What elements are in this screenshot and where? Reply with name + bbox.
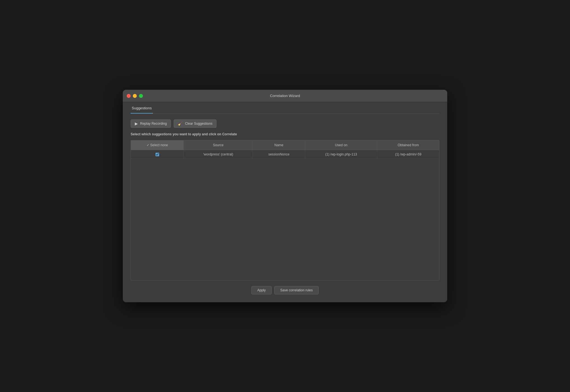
- instruction-text: Select which suggestions you want to app…: [131, 132, 439, 136]
- table-header-row: ✓ Select none Source Name Used on Obtain: [131, 140, 439, 150]
- apply-button[interactable]: Apply: [251, 286, 272, 294]
- select-none-header[interactable]: ✓ Select none: [131, 140, 184, 150]
- name-cell: sessionNonce: [253, 150, 305, 159]
- clear-icon: 🧹: [178, 121, 183, 126]
- table-row: 'wordpress' (central) sessionNonce (1) /…: [131, 150, 439, 159]
- app-window: Correlation Wizard Suggestions ▶ Replay …: [123, 90, 447, 302]
- source-header: Source: [184, 140, 253, 150]
- checkbox-cell: [131, 150, 184, 159]
- footer-buttons: Apply Save correlation rules: [131, 286, 439, 294]
- replay-icon: ▶: [135, 121, 138, 126]
- titlebar: Correlation Wizard: [123, 90, 447, 102]
- obtained-from-cell: (1) /wp-admin/-59: [377, 150, 439, 159]
- toolbar: ▶ Replay Recording 🧹 Clear Suggestions: [131, 119, 439, 128]
- save-correlation-rules-button[interactable]: Save correlation rules: [274, 286, 319, 294]
- clear-suggestions-button[interactable]: 🧹 Clear Suggestions: [174, 119, 216, 128]
- close-button[interactable]: [127, 94, 131, 98]
- window-controls: [127, 94, 143, 98]
- source-cell: 'wordpress' (central): [184, 150, 253, 159]
- clear-suggestions-label: Clear Suggestions: [185, 122, 212, 126]
- tab-suggestions[interactable]: Suggestions: [131, 102, 153, 114]
- used-on-cell: (1) /wp-login.php-113: [305, 150, 377, 159]
- table-header: ✓ Select none Source Name Used on Obtain: [131, 140, 439, 150]
- replay-recording-label: Replay Recording: [140, 122, 167, 126]
- name-header: Name: [253, 140, 305, 150]
- row-checkbox[interactable]: [156, 153, 159, 156]
- window-title: Correlation Wizard: [270, 94, 300, 98]
- used-on-header: Used on: [305, 140, 377, 150]
- suggestions-table-wrapper: ✓ Select none Source Name Used on Obtain: [131, 140, 439, 280]
- suggestions-table: ✓ Select none Source Name Used on Obtain: [131, 140, 439, 159]
- replay-recording-button[interactable]: ▶ Replay Recording: [131, 119, 171, 128]
- maximize-button[interactable]: [139, 94, 143, 98]
- tab-bar: Suggestions: [131, 102, 439, 114]
- obtained-from-header: Obtained from: [377, 140, 439, 150]
- minimize-button[interactable]: [133, 94, 137, 98]
- main-content: Suggestions ▶ Replay Recording 🧹 Clear S…: [123, 102, 447, 302]
- table-body: 'wordpress' (central) sessionNonce (1) /…: [131, 150, 439, 159]
